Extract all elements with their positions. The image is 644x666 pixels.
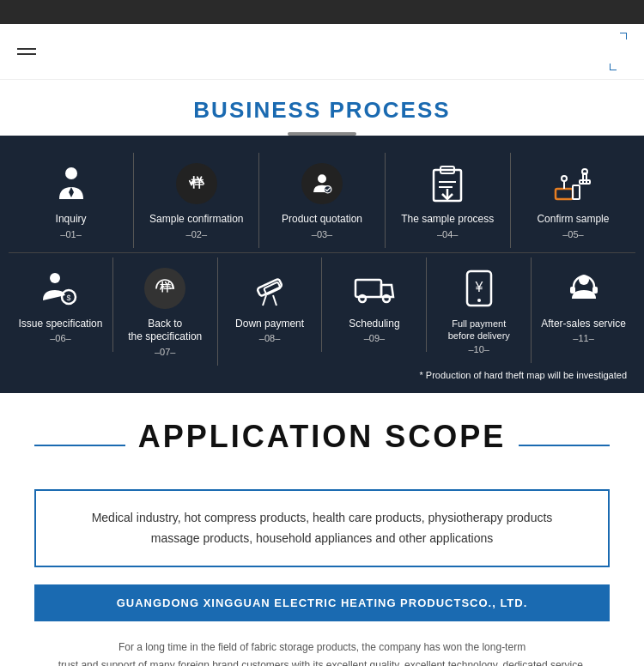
- machine-gear-icon: [550, 161, 595, 206]
- app-title-decoration: APPLICATION SCOPE: [34, 419, 610, 472]
- app-box: Medical industry, hot compress products,…: [34, 489, 610, 568]
- top-bar: [0, 0, 644, 24]
- hamburger-menu[interactable]: [17, 48, 36, 55]
- process-item-back-spec: 样 Back tothe specification –07–: [113, 257, 218, 366]
- sample-arrow-icon: 样: [143, 266, 187, 311]
- row-divider: [9, 252, 635, 253]
- person-check-icon: [300, 161, 344, 206]
- svg-rect-25: [355, 280, 381, 297]
- scheduling-label: Scheduling: [349, 318, 399, 331]
- header: [0, 24, 644, 80]
- confirm-sample-number: –05–: [562, 229, 583, 239]
- aftersales-label: After-sales service: [541, 318, 626, 331]
- svg-rect-33: [592, 287, 598, 294]
- title-line-left: [34, 445, 125, 446]
- title-line-right: [519, 445, 610, 446]
- footer-text: For a long time in the field of fabric s…: [34, 639, 610, 666]
- svg-point-16: [562, 176, 567, 181]
- person-money-icon: $: [38, 266, 82, 311]
- down-payment-number: –08–: [259, 333, 280, 343]
- process-item-confirm-sample: Confirm sample –05–: [511, 153, 635, 248]
- inquiry-number: –01–: [60, 229, 81, 239]
- svg-text:样: 样: [159, 281, 172, 294]
- telescope-icon: [247, 266, 292, 311]
- process-item-inquiry: Inquiry –01–: [9, 153, 134, 248]
- sample-confirm-number: –02–: [186, 229, 207, 239]
- svg-text:$: $: [67, 294, 71, 302]
- process-item-down-payment: Down payment –08–: [218, 257, 323, 353]
- svg-rect-10: [556, 189, 573, 199]
- business-section: BUSINESS PROCESS Inquiry –01–: [0, 80, 644, 393]
- truck-icon: [352, 266, 397, 311]
- full-payment-number: –10–: [468, 344, 489, 354]
- sample-refresh-icon: 样: [174, 161, 219, 206]
- section-title: BUSINESS PROCESS: [0, 80, 644, 132]
- process-item-quotation: Product quotation –03–: [259, 153, 385, 248]
- company-banner: GUANGDONG XINGGUAN ELECTRIC HEATING PROD…: [34, 584, 610, 621]
- app-title: APPLICATION SCOPE: [138, 419, 506, 455]
- process-row-2: $ Issue specification –06– 样: [9, 257, 635, 366]
- headset-icon: [562, 266, 606, 311]
- process-item-full-payment: ¥ Full paymentbefore delivery –10–: [427, 257, 532, 364]
- phone-yen-icon: ¥: [457, 266, 501, 311]
- corner-bracket-bottom-icon: [610, 53, 627, 70]
- quotation-number: –03–: [312, 229, 332, 239]
- svg-line-24: [273, 295, 276, 306]
- app-description: Medical industry, hot compress products,…: [62, 508, 582, 549]
- issue-spec-label: Issue specification: [18, 318, 102, 331]
- inquiry-label: Inquiry: [56, 213, 87, 227]
- svg-point-14: [582, 169, 587, 174]
- svg-line-23: [263, 295, 266, 306]
- process-item-sample-process: The sample process –04–: [386, 153, 511, 248]
- scheduling-number: –09–: [364, 333, 385, 343]
- app-section: APPLICATION SCOPE Medical industry, hot …: [0, 393, 644, 666]
- person-tie-icon: [49, 161, 94, 206]
- corner-bracket-icon: [610, 33, 627, 50]
- clipboard-down-icon: [425, 161, 470, 206]
- process-item-issue-spec: $ Issue specification –06–: [9, 257, 113, 353]
- issue-spec-number: –06–: [50, 333, 70, 343]
- svg-point-17: [50, 273, 60, 283]
- confirm-sample-label: Confirm sample: [537, 213, 609, 227]
- full-payment-label: Full paymentbefore delivery: [448, 318, 510, 342]
- process-item-scheduling: Scheduling –09–: [322, 257, 427, 353]
- svg-point-3: [318, 174, 326, 183]
- process-row-1: Inquiry –01– 样 Sample: [9, 153, 635, 248]
- aftersales-number: –11–: [573, 333, 593, 343]
- production-note: * Production of hard theft map will be i…: [9, 366, 635, 384]
- process-item-aftersales: After-sales service –11–: [532, 257, 635, 353]
- back-spec-label: Back tothe specification: [128, 318, 202, 344]
- svg-point-30: [477, 299, 481, 302]
- svg-text:¥: ¥: [474, 280, 483, 294]
- sample-process-label: The sample process: [401, 213, 494, 227]
- process-container: Inquiry –01– 样 Sample: [0, 136, 644, 393]
- svg-point-26: [359, 295, 366, 302]
- quotation-label: Product quotation: [282, 213, 362, 227]
- svg-point-0: [65, 167, 77, 179]
- svg-rect-32: [570, 287, 575, 294]
- process-item-sample-confirm: 样 Sample confirmation –02–: [134, 153, 259, 248]
- svg-point-27: [383, 295, 390, 302]
- sample-confirm-label: Sample confirmation: [149, 213, 243, 227]
- down-payment-label: Down payment: [235, 318, 304, 331]
- back-spec-number: –07–: [155, 347, 175, 357]
- sample-process-number: –04–: [437, 229, 458, 239]
